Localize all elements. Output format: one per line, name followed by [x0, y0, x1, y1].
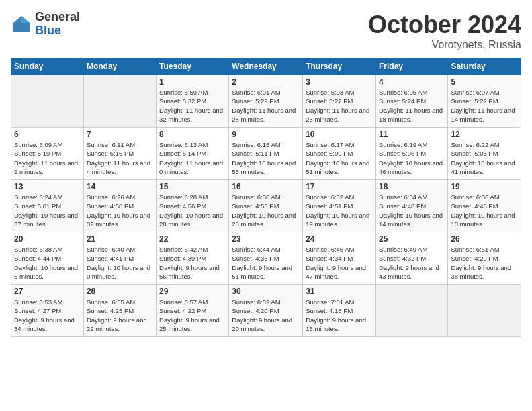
column-header-saturday: Saturday — [448, 58, 521, 75]
day-number: 20 — [14, 234, 81, 244]
header: General Blue October 2024 Vorotynets, Ru… — [11, 11, 521, 51]
calendar-cell: 2Sunrise: 6:01 AMSunset: 5:29 PMDaylight… — [229, 75, 303, 128]
day-info: Sunrise: 6:01 AMSunset: 5:29 PMDaylight:… — [232, 88, 300, 124]
svg-marker-1 — [21, 16, 30, 23]
logo: General Blue — [11, 11, 80, 38]
calendar-cell: 17Sunrise: 6:32 AMSunset: 4:51 PMDayligh… — [303, 180, 376, 232]
day-number: 4 — [379, 77, 445, 87]
day-info: Sunrise: 6:28 AMSunset: 4:56 PMDaylight:… — [159, 193, 226, 228]
day-number: 10 — [306, 130, 373, 139]
day-info: Sunrise: 6:30 AMSunset: 4:53 PMDaylight:… — [232, 193, 300, 228]
day-number: 11 — [379, 130, 445, 139]
calendar-cell: 9Sunrise: 6:15 AMSunset: 5:11 PMDaylight… — [229, 128, 303, 180]
calendar-cell: 11Sunrise: 6:19 AMSunset: 5:06 PMDayligh… — [375, 128, 447, 180]
day-info: Sunrise: 6:05 AMSunset: 5:24 PMDaylight:… — [379, 88, 445, 124]
calendar-body: 1Sunrise: 5:59 AMSunset: 5:32 PMDaylight… — [11, 75, 521, 337]
day-number: 3 — [306, 77, 373, 87]
calendar-table: SundayMondayTuesdayWednesdayThursdayFrid… — [11, 58, 521, 337]
calendar-page: General Blue October 2024 Vorotynets, Ru… — [0, 0, 532, 411]
day-number: 14 — [87, 182, 153, 191]
day-number: 29 — [159, 287, 226, 296]
calendar-cell: 14Sunrise: 6:26 AMSunset: 4:58 PMDayligh… — [83, 180, 156, 232]
calendar-cell: 4Sunrise: 6:05 AMSunset: 5:24 PMDaylight… — [375, 75, 447, 128]
day-number: 25 — [379, 234, 445, 244]
title-section: October 2024 Vorotynets, Russia — [368, 11, 521, 51]
calendar-cell: 6Sunrise: 6:09 AMSunset: 5:19 PMDaylight… — [11, 128, 84, 180]
calendar-cell: 24Sunrise: 6:46 AMSunset: 4:34 PMDayligh… — [303, 232, 376, 285]
calendar-cell: 31Sunrise: 7:01 AMSunset: 4:18 PMDayligh… — [303, 285, 376, 337]
calendar-cell: 15Sunrise: 6:28 AMSunset: 4:56 PMDayligh… — [157, 180, 229, 232]
column-header-monday: Monday — [83, 58, 156, 75]
day-number: 22 — [159, 234, 226, 244]
calendar-cell: 26Sunrise: 6:51 AMSunset: 4:29 PMDayligh… — [448, 232, 521, 285]
calendar-week-4: 27Sunrise: 6:53 AMSunset: 4:27 PMDayligh… — [11, 285, 521, 337]
day-number: 17 — [306, 182, 373, 191]
day-info: Sunrise: 6:24 AMSunset: 5:01 PMDaylight:… — [14, 193, 81, 228]
day-info: Sunrise: 6:26 AMSunset: 4:58 PMDaylight:… — [87, 193, 153, 228]
calendar-cell: 8Sunrise: 6:13 AMSunset: 5:14 PMDaylight… — [157, 128, 229, 180]
day-number: 7 — [87, 130, 153, 139]
calendar-cell: 28Sunrise: 6:55 AMSunset: 4:25 PMDayligh… — [83, 285, 156, 337]
day-info: Sunrise: 6:57 AMSunset: 4:22 PMDaylight:… — [159, 298, 226, 333]
day-info: Sunrise: 6:32 AMSunset: 4:51 PMDaylight:… — [306, 193, 373, 228]
day-info: Sunrise: 6:07 AMSunset: 5:22 PMDaylight:… — [451, 88, 518, 124]
calendar-week-3: 20Sunrise: 6:38 AMSunset: 4:44 PMDayligh… — [11, 232, 521, 285]
column-header-thursday: Thursday — [303, 58, 376, 75]
day-number: 13 — [14, 182, 81, 191]
calendar-cell: 12Sunrise: 6:22 AMSunset: 5:03 PMDayligh… — [448, 128, 521, 180]
day-number: 30 — [232, 287, 300, 296]
calendar-week-2: 13Sunrise: 6:24 AMSunset: 5:01 PMDayligh… — [11, 180, 521, 232]
logo-blue: Blue — [35, 24, 80, 38]
calendar-cell: 23Sunrise: 6:44 AMSunset: 4:36 PMDayligh… — [229, 232, 303, 285]
day-number: 16 — [232, 182, 300, 191]
logo-text: General Blue — [35, 11, 80, 38]
day-info: Sunrise: 6:55 AMSunset: 4:25 PMDaylight:… — [87, 298, 153, 333]
calendar-cell: 20Sunrise: 6:38 AMSunset: 4:44 PMDayligh… — [11, 232, 84, 285]
day-number: 18 — [379, 182, 445, 191]
day-info: Sunrise: 6:38 AMSunset: 4:44 PMDaylight:… — [14, 245, 81, 281]
day-info: Sunrise: 6:59 AMSunset: 4:20 PMDaylight:… — [232, 298, 300, 333]
day-number: 19 — [451, 182, 518, 191]
calendar-cell — [83, 75, 156, 128]
calendar-cell: 25Sunrise: 6:49 AMSunset: 4:32 PMDayligh… — [375, 232, 447, 285]
logo-icon — [11, 13, 32, 35]
day-info: Sunrise: 6:44 AMSunset: 4:36 PMDaylight:… — [232, 245, 300, 281]
day-number: 27 — [14, 287, 81, 296]
calendar-cell: 10Sunrise: 6:17 AMSunset: 5:09 PMDayligh… — [303, 128, 376, 180]
day-number: 12 — [451, 130, 518, 139]
calendar-cell: 22Sunrise: 6:42 AMSunset: 4:39 PMDayligh… — [157, 232, 229, 285]
day-number: 24 — [306, 234, 373, 244]
calendar-cell: 3Sunrise: 6:03 AMSunset: 5:27 PMDaylight… — [303, 75, 376, 128]
day-info: Sunrise: 6:13 AMSunset: 5:14 PMDaylight:… — [159, 140, 226, 176]
month-title: October 2024 — [368, 11, 521, 39]
calendar-cell — [11, 75, 84, 128]
day-info: Sunrise: 6:36 AMSunset: 4:46 PMDaylight:… — [451, 193, 518, 228]
day-info: Sunrise: 6:53 AMSunset: 4:27 PMDaylight:… — [14, 298, 81, 333]
day-number: 15 — [159, 182, 226, 191]
column-header-tuesday: Tuesday — [157, 58, 229, 75]
day-number: 21 — [87, 234, 153, 244]
calendar-cell — [448, 285, 521, 337]
location: Vorotynets, Russia — [368, 39, 521, 51]
calendar-week-1: 6Sunrise: 6:09 AMSunset: 5:19 PMDaylight… — [11, 128, 521, 180]
column-header-friday: Friday — [375, 58, 447, 75]
column-header-sunday: Sunday — [11, 58, 84, 75]
day-number: 26 — [451, 234, 518, 244]
calendar-cell: 27Sunrise: 6:53 AMSunset: 4:27 PMDayligh… — [11, 285, 84, 337]
day-info: Sunrise: 6:51 AMSunset: 4:29 PMDaylight:… — [451, 245, 518, 281]
day-number: 8 — [159, 130, 226, 139]
day-number: 31 — [306, 287, 373, 296]
calendar-cell: 7Sunrise: 6:11 AMSunset: 5:16 PMDaylight… — [83, 128, 156, 180]
day-info: Sunrise: 6:19 AMSunset: 5:06 PMDaylight:… — [379, 140, 445, 176]
day-info: Sunrise: 6:49 AMSunset: 4:32 PMDaylight:… — [379, 245, 445, 281]
logo-general: General — [35, 11, 80, 24]
day-info: Sunrise: 6:40 AMSunset: 4:41 PMDaylight:… — [87, 245, 153, 281]
day-number: 23 — [232, 234, 300, 244]
calendar-week-0: 1Sunrise: 5:59 AMSunset: 5:32 PMDaylight… — [11, 75, 521, 128]
calendar-cell: 5Sunrise: 6:07 AMSunset: 5:22 PMDaylight… — [448, 75, 521, 128]
day-number: 1 — [159, 77, 226, 87]
day-number: 5 — [451, 77, 518, 87]
calendar-cell: 13Sunrise: 6:24 AMSunset: 5:01 PMDayligh… — [11, 180, 84, 232]
column-header-wednesday: Wednesday — [229, 58, 303, 75]
calendar-cell: 19Sunrise: 6:36 AMSunset: 4:46 PMDayligh… — [448, 180, 521, 232]
